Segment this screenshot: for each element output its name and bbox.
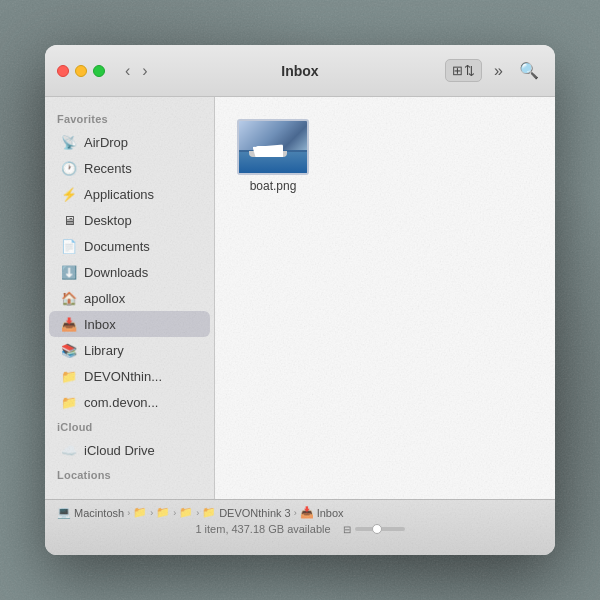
path-arrow-3: › bbox=[173, 508, 176, 518]
path-macintosh-label: Macintosh bbox=[74, 507, 124, 519]
path-folder-2[interactable]: 📁 bbox=[156, 506, 170, 519]
sidebar-item-label: com.devon... bbox=[84, 395, 158, 410]
sidebar-item-label: AirDrop bbox=[84, 135, 128, 150]
path-folder-3[interactable]: 📁 bbox=[179, 506, 193, 519]
search-icon: 🔍 bbox=[519, 62, 539, 79]
favorites-label: Favorites bbox=[45, 107, 214, 129]
sidebar-item-library[interactable]: 📚 Library bbox=[49, 337, 210, 363]
icloud-label: iCloud bbox=[45, 415, 214, 437]
home-icon: 🏠 bbox=[61, 290, 77, 306]
file-area: boat.png bbox=[215, 97, 555, 499]
applications-icon: ⚡ bbox=[61, 186, 77, 202]
sidebar-item-documents[interactable]: 📄 Documents bbox=[49, 233, 210, 259]
sidebar-item-devonthink[interactable]: 📁 DEVONthin... bbox=[49, 363, 210, 389]
icloud-icon: ☁️ bbox=[61, 442, 77, 458]
search-button[interactable]: 🔍 bbox=[515, 59, 543, 82]
documents-icon: 📄 bbox=[61, 238, 77, 254]
sidebar-item-downloads[interactable]: ⬇️ Downloads bbox=[49, 259, 210, 285]
sidebar-item-label: Applications bbox=[84, 187, 154, 202]
more-button[interactable]: » bbox=[490, 60, 507, 82]
zoom-slider[interactable] bbox=[355, 527, 405, 531]
titlebar: ‹ › Inbox ⊞ ⇅ » 🔍 bbox=[45, 45, 555, 97]
folder-icon-1: 📁 bbox=[133, 506, 147, 519]
file-name: boat.png bbox=[250, 179, 297, 193]
path-inbox[interactable]: 📥 Inbox bbox=[300, 506, 344, 519]
path-arrow-5: › bbox=[294, 508, 297, 518]
downloads-icon: ⬇️ bbox=[61, 264, 77, 280]
sidebar-item-label: Recents bbox=[84, 161, 132, 176]
path-bar: 💻 Macintosh › 📁 › 📁 › 📁 › 📁 DEVONthink 3… bbox=[45, 500, 555, 521]
inbox-icon: 📥 bbox=[61, 316, 77, 332]
window-title: Inbox bbox=[281, 63, 318, 79]
cabin-decoration bbox=[256, 146, 276, 153]
sidebar-item-label: Inbox bbox=[84, 317, 116, 332]
library-icon: 📚 bbox=[61, 342, 77, 358]
sidebar-item-icloud-drive[interactable]: ☁️ iCloud Drive bbox=[49, 437, 210, 463]
sidebar-item-airdrop[interactable]: 📡 AirDrop bbox=[49, 129, 210, 155]
back-button[interactable]: ‹ bbox=[121, 61, 134, 81]
sidebar-item-label: iCloud Drive bbox=[84, 443, 155, 458]
sort-icon: ⇅ bbox=[464, 63, 475, 78]
status-bar: 1 item, 437.18 GB available ⊟ bbox=[45, 521, 555, 537]
desktop-icon: 🖥 bbox=[61, 212, 77, 228]
file-item-boat[interactable]: boat.png bbox=[231, 113, 315, 199]
navigation-buttons: ‹ › bbox=[121, 61, 152, 81]
path-folder-1[interactable]: 📁 bbox=[133, 506, 147, 519]
sidebar-item-desktop[interactable]: 🖥 Desktop bbox=[49, 207, 210, 233]
bottom-bar: 💻 Macintosh › 📁 › 📁 › 📁 › 📁 DEVONthink 3… bbox=[45, 499, 555, 555]
view-button[interactable]: ⊞ ⇅ bbox=[445, 59, 482, 82]
status-text: 1 item, 437.18 GB available bbox=[195, 523, 330, 535]
zoom-out-icon: ⊟ bbox=[343, 524, 351, 535]
close-button[interactable] bbox=[57, 65, 69, 77]
sidebar-item-label: Library bbox=[84, 343, 124, 358]
folder-icon-3: 📁 bbox=[179, 506, 193, 519]
main-content: Favorites 📡 AirDrop 🕐 Recents ⚡ Applicat… bbox=[45, 97, 555, 499]
path-inbox-icon: 📥 bbox=[300, 506, 314, 519]
comdevon-folder-icon: 📁 bbox=[61, 394, 77, 410]
grid-view-icon: ⊞ bbox=[452, 63, 463, 78]
finder-window: ‹ › Inbox ⊞ ⇅ » 🔍 Favorites 📡 AirDrop 🕐 bbox=[45, 45, 555, 555]
sidebar-item-label: Downloads bbox=[84, 265, 148, 280]
devonthink-path-icon: 📁 bbox=[202, 506, 216, 519]
boat-thumbnail bbox=[237, 119, 309, 175]
sidebar-item-inbox[interactable]: 📥 Inbox bbox=[49, 311, 210, 337]
traffic-lights bbox=[57, 65, 105, 77]
titlebar-right: ⊞ ⇅ » 🔍 bbox=[445, 59, 543, 82]
path-inbox-label: Inbox bbox=[317, 507, 344, 519]
locations-label: Locations bbox=[45, 463, 214, 485]
slider-area: ⊟ bbox=[343, 524, 405, 535]
devonthink-folder-icon: 📁 bbox=[61, 368, 77, 384]
path-devonthink[interactable]: 📁 DEVONthink 3 bbox=[202, 506, 291, 519]
macintosh-icon: 💻 bbox=[57, 506, 71, 519]
sidebar-item-applications[interactable]: ⚡ Applications bbox=[49, 181, 210, 207]
path-macintosh[interactable]: 💻 Macintosh bbox=[57, 506, 124, 519]
sidebar-item-label: DEVONthin... bbox=[84, 369, 162, 384]
path-arrow-4: › bbox=[196, 508, 199, 518]
sidebar-item-label: Desktop bbox=[84, 213, 132, 228]
recents-icon: 🕐 bbox=[61, 160, 77, 176]
airdrop-icon: 📡 bbox=[61, 134, 77, 150]
sidebar-item-comdevon[interactable]: 📁 com.devon... bbox=[49, 389, 210, 415]
folder-icon-2: 📁 bbox=[156, 506, 170, 519]
sidebar-item-label: Documents bbox=[84, 239, 150, 254]
minimize-button[interactable] bbox=[75, 65, 87, 77]
zoom-slider-thumb bbox=[372, 524, 382, 534]
path-devonthink-label: DEVONthink 3 bbox=[219, 507, 291, 519]
path-arrow-1: › bbox=[127, 508, 130, 518]
sidebar-item-label: apollox bbox=[84, 291, 125, 306]
sidebar: Favorites 📡 AirDrop 🕐 Recents ⚡ Applicat… bbox=[45, 97, 215, 499]
path-arrow-2: › bbox=[150, 508, 153, 518]
sidebar-item-recents[interactable]: 🕐 Recents bbox=[49, 155, 210, 181]
forward-button[interactable]: › bbox=[138, 61, 151, 81]
maximize-button[interactable] bbox=[93, 65, 105, 77]
sidebar-item-apollox[interactable]: 🏠 apollox bbox=[49, 285, 210, 311]
hull-decoration bbox=[249, 151, 286, 157]
